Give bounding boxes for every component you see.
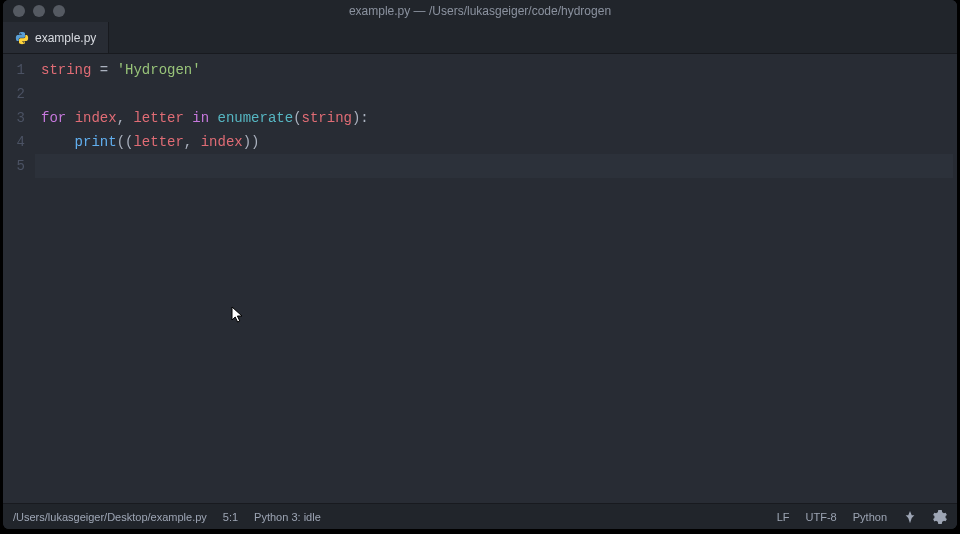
- code-line[interactable]: [35, 82, 957, 106]
- status-filepath[interactable]: /Users/lukasgeiger/Desktop/example.py: [13, 511, 207, 523]
- traffic-lights: [3, 5, 65, 17]
- status-encoding[interactable]: UTF-8: [806, 511, 837, 523]
- code-area[interactable]: string = 'Hydrogen'for index, letter in …: [35, 54, 957, 503]
- gear-icon[interactable]: [933, 510, 947, 524]
- line-number: 1: [3, 58, 35, 82]
- code-line[interactable]: string = 'Hydrogen': [35, 58, 957, 82]
- tab-label: example.py: [35, 31, 96, 45]
- editor-window: example.py — /Users/lukasgeiger/code/hyd…: [3, 0, 957, 529]
- status-grammar[interactable]: Python: [853, 511, 887, 523]
- code-line[interactable]: print((letter, index)): [35, 130, 957, 154]
- zoom-icon[interactable]: [53, 5, 65, 17]
- line-number: 2: [3, 82, 35, 106]
- python-icon: [15, 31, 29, 45]
- active-line-highlight: [35, 154, 953, 178]
- line-number: 4: [3, 130, 35, 154]
- line-number: 3: [3, 106, 35, 130]
- code-line[interactable]: for index, letter in enumerate(string):: [35, 106, 957, 130]
- code-editor[interactable]: 12345 string = 'Hydrogen'for index, lett…: [3, 54, 957, 503]
- line-gutter: 12345: [3, 54, 35, 503]
- tab-bar: example.py: [3, 22, 957, 54]
- pin-icon[interactable]: [903, 510, 917, 524]
- tab-example-py[interactable]: example.py: [3, 22, 109, 53]
- status-cursor-position[interactable]: 5:1: [223, 511, 238, 523]
- titlebar: example.py — /Users/lukasgeiger/code/hyd…: [3, 0, 957, 22]
- status-bar: /Users/lukasgeiger/Desktop/example.py 5:…: [3, 503, 957, 529]
- close-icon[interactable]: [13, 5, 25, 17]
- minimize-icon[interactable]: [33, 5, 45, 17]
- status-eol[interactable]: LF: [777, 511, 790, 523]
- line-number: 5: [3, 154, 35, 178]
- window-title: example.py — /Users/lukasgeiger/code/hyd…: [3, 4, 957, 18]
- status-kernel[interactable]: Python 3: idle: [254, 511, 321, 523]
